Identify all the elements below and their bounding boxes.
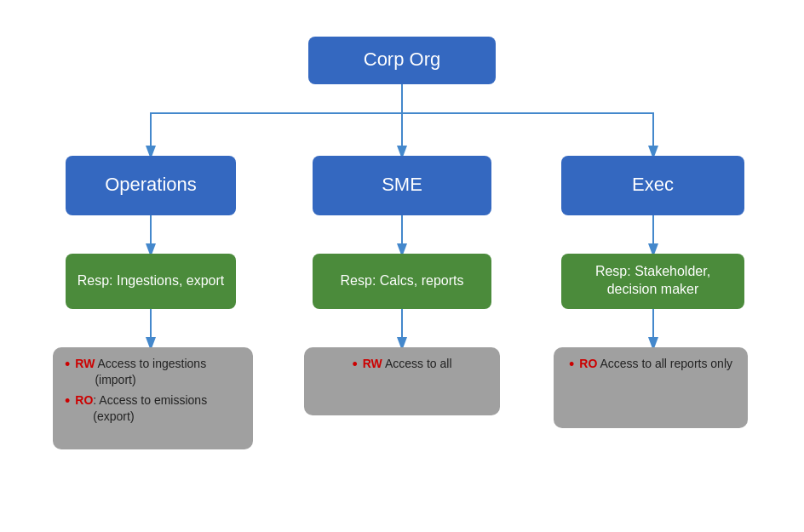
org-chart-diagram: Corp Org Operations SME Exec Resp: Inges…	[19, 11, 785, 522]
ops-access-list: RW Access to ingestions (import) RO: Acc…	[65, 356, 241, 429]
sme-access-list: RW Access to all	[352, 356, 451, 378]
operations-node: Operations	[66, 156, 236, 215]
sme-access-item-1: RW Access to all	[352, 356, 451, 375]
corp-org-node: Corp Org	[308, 37, 496, 84]
corp-org-label: Corp Org	[364, 48, 440, 72]
ops-access-item-2: RO: Access to emissions (export)	[65, 392, 241, 426]
exec-label: Exec	[632, 173, 674, 197]
exec-resp-node: Resp: Stakeholder, decision maker	[561, 254, 744, 309]
exec-access-node: RO Access to all reports only	[554, 347, 748, 428]
sme-resp-label: Resp: Calcs, reports	[341, 272, 464, 290]
sme-access-node: RW Access to all	[304, 347, 500, 415]
ops-resp-node: Resp: Ingestions, export	[66, 254, 236, 309]
exec-resp-label: Resp: Stakeholder, decision maker	[571, 263, 734, 299]
exec-access-item-1: RO Access to all reports only	[569, 356, 732, 375]
nodes-container: Corp Org Operations SME Exec Resp: Inges…	[19, 11, 785, 522]
ops-resp-label: Resp: Ingestions, export	[78, 272, 225, 290]
exec-ro-badge: RO	[579, 356, 597, 373]
sme-resp-node: Resp: Calcs, reports	[313, 254, 491, 309]
ops-ro-badge: RO	[75, 392, 93, 409]
exec-access-list: RO Access to all reports only	[569, 356, 732, 378]
sme-rw-badge: RW	[363, 356, 382, 373]
sme-label: SME	[382, 173, 422, 197]
exec-node: Exec	[561, 156, 744, 215]
operations-label: Operations	[105, 173, 197, 197]
ops-access-node: RW Access to ingestions (import) RO: Acc…	[53, 347, 253, 449]
ops-access-item-1: RW Access to ingestions (import)	[65, 356, 241, 389]
ops-rw-badge: RW	[75, 356, 95, 373]
sme-node: SME	[313, 156, 491, 215]
